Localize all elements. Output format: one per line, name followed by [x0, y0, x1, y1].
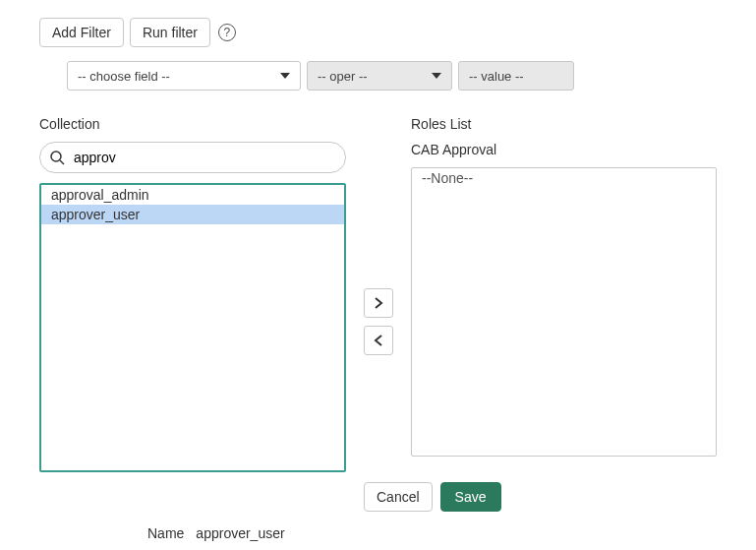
chevron-left-icon	[374, 334, 383, 347]
filter-field-select[interactable]: -- choose field --	[67, 61, 301, 91]
roles-subheader: CAB Approval	[411, 142, 717, 157]
move-right-button[interactable]	[364, 288, 393, 318]
collection-search-input[interactable]	[39, 142, 346, 173]
filter-field-text: -- choose field --	[78, 69, 272, 84]
chevron-down-icon	[280, 73, 290, 79]
roles-listbox[interactable]: --None--	[411, 167, 717, 457]
run-filter-button[interactable]: Run filter	[130, 18, 210, 47]
chevron-right-icon	[374, 296, 383, 310]
name-field-label: Name	[147, 525, 184, 541]
list-item[interactable]: --None--	[412, 168, 716, 188]
filter-oper-text: -- oper --	[318, 69, 424, 84]
help-icon[interactable]: ?	[218, 24, 236, 41]
search-icon	[49, 150, 65, 165]
save-button[interactable]: Save	[440, 482, 501, 512]
add-filter-button[interactable]: Add Filter	[39, 18, 124, 47]
collection-label: Collection	[39, 116, 346, 132]
list-item[interactable]: approval_admin	[41, 185, 344, 205]
svg-line-1	[60, 160, 64, 164]
cancel-button[interactable]: Cancel	[364, 482, 433, 512]
filter-value-input[interactable]: -- value --	[458, 61, 574, 91]
svg-point-0	[51, 152, 61, 161]
filter-oper-select[interactable]: -- oper --	[307, 61, 452, 91]
roles-list-label: Roles List	[411, 116, 717, 132]
move-left-button[interactable]	[364, 326, 393, 355]
collection-listbox[interactable]: approval_admin approver_user	[39, 183, 346, 472]
chevron-down-icon	[432, 73, 441, 79]
filter-value-text: -- value --	[469, 69, 563, 84]
list-item[interactable]: approver_user	[41, 205, 344, 224]
name-field-value: approver_user	[196, 525, 284, 541]
